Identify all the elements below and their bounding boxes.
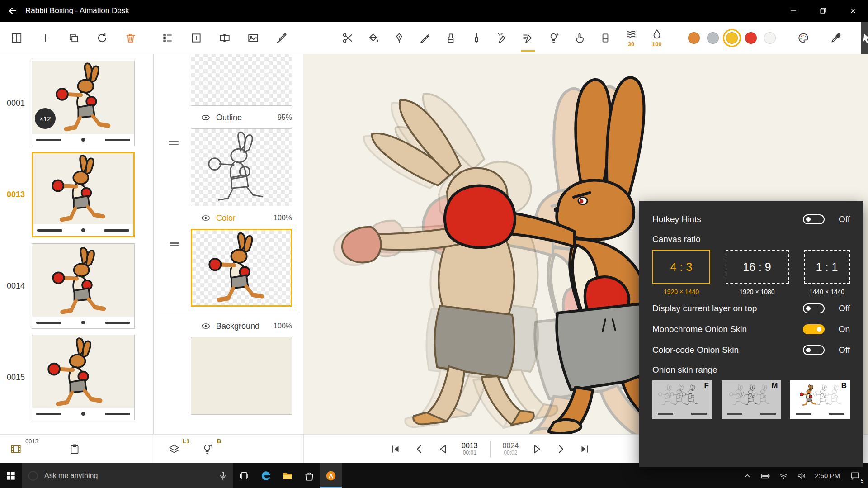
delete-frame-button[interactable] (119, 23, 142, 53)
play-button[interactable] (531, 443, 542, 455)
previous-keyframe-button[interactable] (414, 443, 425, 455)
smudge-tool[interactable] (568, 23, 591, 53)
restore-icon (819, 6, 828, 15)
swatch-yellow-selected[interactable] (726, 32, 738, 44)
volume-tray-button[interactable] (797, 471, 807, 481)
visibility-eye-icon[interactable] (201, 322, 211, 330)
opacity-tool[interactable]: 100 (646, 23, 668, 53)
action-center-button[interactable]: 5 (848, 469, 862, 483)
frame-item-0013-selected[interactable]: 0013 (0, 152, 153, 237)
battery-tray-button[interactable] (760, 471, 770, 481)
paint-bucket-icon (368, 32, 379, 44)
minimize-button[interactable] (778, 0, 808, 22)
onion-range-backward-selected[interactable]: B (790, 380, 850, 419)
tray-overflow-button[interactable] (742, 471, 752, 481)
next-keyframe-button[interactable] (555, 443, 566, 455)
ratio-value: 16 : 9 (743, 261, 771, 274)
fine-brush-tool[interactable] (465, 23, 488, 53)
duplicate-frame-button[interactable] (62, 23, 85, 53)
sequence-list-button[interactable] (156, 23, 179, 53)
aimation-app-button[interactable] (320, 463, 342, 488)
stroke-smoothing-tool[interactable]: 30 (620, 23, 642, 53)
marker-tool[interactable] (439, 23, 462, 53)
layer-thumbnail-background[interactable] (191, 337, 292, 415)
add-frame-icon (190, 32, 202, 44)
swatch-orange[interactable] (688, 32, 700, 44)
cleanup-brush-button[interactable] (270, 23, 293, 53)
close-button[interactable] (838, 0, 868, 22)
monochrome-onion-toggle[interactable] (803, 324, 825, 334)
canvas-ratio-4-3[interactable]: 4 : 3 1920 × 1440 (652, 250, 710, 295)
pen-nib-tool[interactable] (388, 23, 410, 53)
frame-thumbnail[interactable] (32, 335, 135, 420)
frame-thumbnail[interactable]: ×12 (32, 61, 135, 146)
frame-item-0015[interactable]: 0015 (0, 335, 153, 420)
task-view-button[interactable] (233, 463, 255, 488)
microphone-icon (218, 471, 228, 481)
frame-item-0014[interactable]: 0014 (0, 243, 153, 329)
canvas-ratio-16-9[interactable]: 16 : 9 1920 × 1080 (726, 250, 789, 295)
frame-thumbnail[interactable] (32, 152, 135, 237)
display-layer-toggle[interactable] (803, 303, 825, 313)
swatch-red[interactable] (745, 32, 757, 44)
add-panel-button[interactable] (185, 23, 208, 53)
grid-view-button[interactable] (5, 23, 28, 53)
search-input[interactable]: Ask me anything (22, 463, 233, 488)
new-frame-button[interactable] (34, 23, 57, 53)
timeline-dot (81, 138, 85, 142)
layer-row-color-selected[interactable]: Color 100% (201, 208, 292, 228)
step-back-button[interactable] (438, 443, 449, 455)
timeline-dash (36, 322, 61, 324)
ratio-size: 1920 × 1080 (739, 288, 774, 295)
store-button[interactable] (298, 463, 320, 488)
frame-item-0001[interactable]: 0001 ×12 (0, 61, 153, 146)
onion-range-forward[interactable]: F (652, 380, 712, 419)
maximize-button[interactable] (808, 0, 838, 22)
airbrush-tool[interactable] (491, 23, 514, 53)
hotkey-hints-toggle[interactable] (803, 214, 825, 224)
visibility-eye-icon[interactable] (201, 114, 211, 121)
import-image-button[interactable] (242, 23, 264, 53)
layer-thumbnail-scrolled[interactable] (191, 54, 292, 106)
layer-select-button[interactable] (168, 443, 180, 455)
reload-frame-button[interactable] (91, 23, 113, 53)
ink-pen-tool[interactable] (414, 23, 436, 53)
layer-thumbnail-outline[interactable] (191, 128, 292, 206)
visibility-eye-icon[interactable] (201, 214, 211, 222)
eyedropper-button[interactable] (825, 23, 847, 53)
layer-drag-handle[interactable] (170, 241, 179, 247)
swatch-gray[interactable] (707, 32, 719, 44)
layer-row-background[interactable]: Background 100% (201, 316, 292, 336)
export-clipboard-button[interactable] (69, 443, 80, 455)
opacity-value: 100 (652, 41, 662, 47)
file-explorer-button[interactable] (277, 463, 298, 488)
color-palette-button[interactable] (792, 23, 815, 53)
start-button[interactable] (0, 463, 22, 488)
taskbar-clock[interactable]: 2:50 PM (815, 472, 840, 479)
layer-row-outline[interactable]: Outline 95% (201, 108, 292, 128)
layer-drag-handle[interactable] (169, 140, 179, 146)
colorcode-onion-toggle[interactable] (803, 345, 825, 355)
rename-frame-button[interactable] (213, 23, 236, 53)
timeline-dash (105, 139, 130, 141)
canvas-ratio-1-1[interactable]: 1 : 1 1440 × 1440 (804, 250, 850, 295)
light-table-tool[interactable] (542, 23, 565, 53)
eraser-tool[interactable] (594, 23, 617, 53)
background-light-button[interactable] (202, 443, 213, 455)
network-tray-button[interactable] (778, 471, 788, 481)
skip-to-end-button[interactable] (579, 443, 590, 455)
skip-to-start-button[interactable] (390, 443, 401, 455)
cut-tool[interactable] (336, 23, 359, 53)
back-button[interactable] (0, 0, 25, 22)
layer-thumbnail-color-selected[interactable] (191, 229, 292, 307)
film-roll-button[interactable] (10, 443, 22, 455)
stabilizer-pen-tool[interactable] (517, 23, 539, 53)
monochrome-onion-state: On (825, 324, 850, 334)
onion-range-middle[interactable]: M (722, 380, 781, 419)
swatch-white[interactable] (764, 32, 776, 44)
selection-tool[interactable] (861, 22, 868, 54)
edge-browser-button[interactable] (255, 463, 277, 488)
frame-thumbnail[interactable] (32, 243, 135, 329)
fill-tool[interactable] (362, 23, 385, 53)
timeline-dash (37, 229, 62, 232)
